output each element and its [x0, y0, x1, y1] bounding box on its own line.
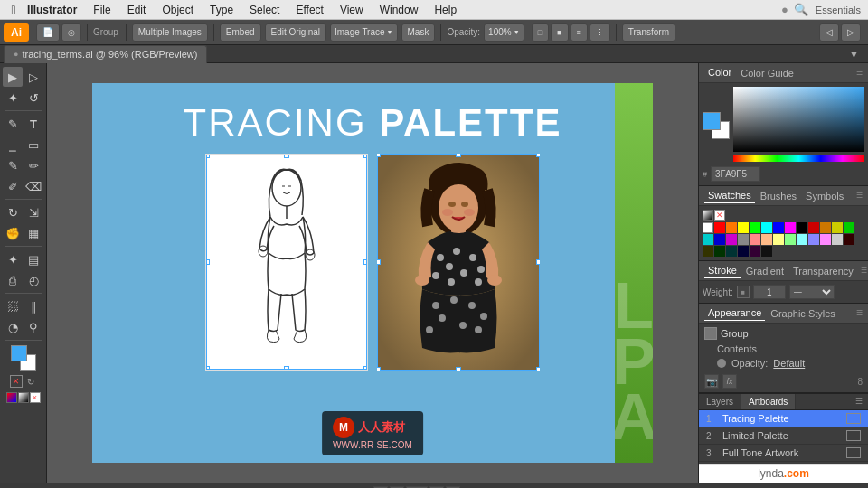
- swatches-panel-header[interactable]: Swatches Brushes Symbols ☰: [699, 186, 868, 206]
- artboard-tool[interactable]: ◴: [24, 270, 43, 290]
- essentials-dropdown[interactable]: Essentials: [816, 5, 861, 15]
- artboards-tab[interactable]: Artboards: [741, 394, 796, 409]
- transform-btn[interactable]: Transform: [622, 23, 675, 42]
- rect-tool[interactable]: ▭: [24, 135, 43, 155]
- color-swatch-6[interactable]: [773, 222, 784, 233]
- color-swatch-7[interactable]: [785, 222, 796, 233]
- swatches-tab[interactable]: Swatches: [704, 188, 755, 203]
- artboard-item-3[interactable]: 3Full Tone Artwork: [699, 445, 868, 462]
- color-spectrum-gradient[interactable]: [733, 87, 864, 152]
- layers-tab[interactable]: Layers: [699, 394, 741, 409]
- magic-wand-tool[interactable]: ✦: [3, 88, 23, 108]
- stroke-options[interactable]: ☰: [861, 267, 867, 275]
- color-swatch-29[interactable]: [738, 246, 749, 257]
- menu-select[interactable]: Select: [242, 2, 287, 18]
- gradient-btn[interactable]: [18, 392, 29, 403]
- swap-colors-icon[interactable]: ↻: [24, 375, 37, 388]
- color-swatch-9[interactable]: [808, 222, 819, 233]
- pencil-tool[interactable]: ✏: [24, 155, 43, 175]
- align-btn3[interactable]: ≡: [571, 23, 588, 42]
- swatches-panel-options[interactable]: ☰: [856, 192, 863, 200]
- pen-tool[interactable]: ✎: [3, 114, 23, 134]
- mask-btn[interactable]: Mask: [401, 23, 436, 42]
- symbol-sprayer-tool[interactable]: ✦: [3, 249, 23, 269]
- color-swatch-5[interactable]: [761, 222, 772, 233]
- color-mode-btn[interactable]: [6, 392, 17, 403]
- none-swatch[interactable]: ✕: [714, 210, 725, 221]
- apple-icon[interactable]: : [0, 3, 27, 17]
- paintbrush-tool[interactable]: ✎: [3, 155, 23, 175]
- photo-image[interactable]: [377, 154, 540, 371]
- appear-opacity-value[interactable]: Default: [773, 358, 805, 369]
- menu-type[interactable]: Type: [203, 2, 241, 18]
- color-swatch-26[interactable]: [703, 246, 713, 257]
- eyedropper-tool[interactable]: ⛆: [3, 296, 23, 316]
- align-btn4[interactable]: ⋮: [590, 23, 610, 42]
- color-swatch-16[interactable]: [738, 234, 749, 245]
- color-swatch-13[interactable]: [703, 234, 713, 245]
- type-tool[interactable]: T: [24, 114, 43, 134]
- color-swatch-25[interactable]: [844, 234, 854, 245]
- artboard-item-2[interactable]: 2Limited Palette: [699, 427, 868, 445]
- color-swatch-19[interactable]: [773, 234, 784, 245]
- panel-menu-icon[interactable]: ☰: [850, 394, 868, 409]
- stroke-panel-header[interactable]: Stroke Gradient Transparency ☰: [699, 261, 868, 281]
- select-tool[interactable]: ▶: [3, 67, 23, 87]
- color-swatch-31[interactable]: [761, 246, 772, 257]
- align-btn2[interactable]: ■: [551, 23, 568, 42]
- embed-btn[interactable]: Embed: [220, 23, 261, 42]
- appear-add-icon[interactable]: 📷: [704, 374, 719, 389]
- warp-tool[interactable]: ✊: [3, 223, 23, 243]
- color-guide-tab[interactable]: Color Guide: [737, 66, 797, 80]
- lasso-tool[interactable]: ↺: [24, 88, 43, 108]
- menu-view[interactable]: View: [333, 2, 371, 18]
- color-hue-bar[interactable]: [733, 155, 864, 162]
- column-graph-tool[interactable]: ▤: [24, 249, 43, 269]
- color-swatch-20[interactable]: [785, 234, 796, 245]
- color-swatch-28[interactable]: [726, 246, 737, 257]
- appearance-options[interactable]: ☰: [856, 309, 863, 317]
- color-swatch-4[interactable]: [750, 222, 760, 233]
- transparency-tab[interactable]: Transparency: [789, 264, 857, 278]
- fill-none-icon[interactable]: ×: [10, 375, 23, 388]
- zoom-tool[interactable]: ⚲: [24, 317, 43, 337]
- color-swatch-2[interactable]: [726, 222, 737, 233]
- multiple-images-btn[interactable]: Multiple Images: [132, 23, 208, 42]
- color-swatch-8[interactable]: [797, 222, 807, 233]
- color-swatch-10[interactable]: [820, 222, 831, 233]
- color-swatch-30[interactable]: [750, 246, 760, 257]
- tab-arrange-btn[interactable]: ▼: [844, 49, 864, 60]
- color-swatch-18[interactable]: [761, 234, 772, 245]
- menu-effect[interactable]: Effect: [288, 2, 330, 18]
- brushes-tab[interactable]: Brushes: [757, 189, 800, 203]
- opacity-dropdown[interactable]: 100%: [484, 23, 524, 42]
- menu-object[interactable]: Object: [155, 2, 201, 18]
- color-swatch-1[interactable]: [714, 222, 725, 233]
- color-swatch-0[interactable]: [703, 222, 713, 233]
- slice-tool[interactable]: ⎙: [3, 270, 23, 290]
- weight-input[interactable]: [753, 285, 786, 299]
- direct-select-tool[interactable]: ▷: [24, 67, 43, 87]
- color-swatch-22[interactable]: [808, 234, 819, 245]
- color-hex-value[interactable]: 3FA9F5: [711, 166, 760, 182]
- artboard-item-1[interactable]: 1Tracing Palette: [699, 410, 868, 427]
- panel-expand-btn[interactable]: ▷: [841, 23, 861, 42]
- color-swatch-11[interactable]: [832, 222, 843, 233]
- menu-window[interactable]: Window: [373, 2, 426, 18]
- none-btn[interactable]: ×: [30, 392, 41, 403]
- color-swatch-23[interactable]: [820, 234, 831, 245]
- appear-fx-icon[interactable]: fx: [722, 374, 737, 389]
- color-swatch-24[interactable]: [832, 234, 843, 245]
- gradient-swatch[interactable]: [703, 210, 713, 221]
- fg-color-box[interactable]: [11, 345, 27, 361]
- sketch-image[interactable]: [205, 154, 368, 371]
- tab-close-icon[interactable]: ●: [14, 50, 18, 59]
- panel-collapse-btn[interactable]: ◁: [819, 23, 839, 42]
- color-swatch-27[interactable]: [714, 246, 725, 257]
- appearance-panel-header[interactable]: Appearance Graphic Styles ☰: [699, 304, 868, 324]
- measure-tool[interactable]: ∥: [24, 296, 43, 316]
- blob-brush-tool[interactable]: ✐: [3, 176, 23, 196]
- line-tool[interactable]: ⎯: [3, 135, 23, 155]
- color-swatch-21[interactable]: [797, 234, 807, 245]
- edit-original-btn[interactable]: Edit Original: [265, 23, 326, 42]
